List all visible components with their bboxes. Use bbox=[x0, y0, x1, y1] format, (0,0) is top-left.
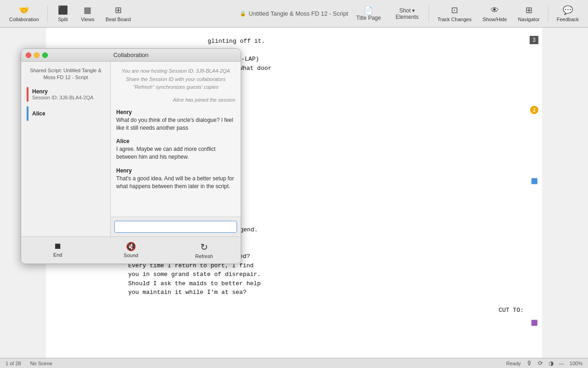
mic-icon: 🎙 bbox=[526, 360, 532, 367]
collab-footer: ⏹ End 🔇 Sound ↻ Refresh bbox=[21, 236, 241, 264]
collab-chat: You are now hosting Session ID: 3J8-BLA4… bbox=[111, 62, 241, 236]
show-hide-button[interactable]: 👁 Show/Hide bbox=[478, 4, 511, 24]
chat-input[interactable] bbox=[114, 221, 237, 233]
shared-script-label: Shared Script: Untitled Tangle & Moss FD… bbox=[27, 67, 105, 81]
collaboration-button[interactable]: 🤝 Collaboration bbox=[5, 3, 44, 24]
dark-mode-icon: ◑ bbox=[548, 360, 554, 367]
henry-info: Henry Session ID: 3J8-BLA4-2QA bbox=[32, 88, 93, 100]
split-button[interactable]: ⬛ Split bbox=[51, 3, 74, 24]
views-icon: ▦ bbox=[84, 5, 91, 15]
refresh-icon: ↻ bbox=[200, 242, 208, 253]
sync-icon: ⟳ bbox=[538, 360, 543, 367]
chat-input-area bbox=[111, 217, 241, 236]
beat-board-button[interactable]: ⊞ Beat Board bbox=[101, 3, 136, 24]
end-button[interactable]: ⏹ End bbox=[21, 240, 94, 261]
page-number-badge: 3 bbox=[530, 36, 538, 44]
title-page-label: Title Page bbox=[356, 15, 381, 21]
feedback-icon: 💬 bbox=[563, 5, 573, 15]
window-controls bbox=[26, 52, 48, 58]
session-info-line3: "Refresh" synchronizes guests' copies bbox=[116, 83, 235, 92]
chat-msg-name-3: Henry bbox=[116, 167, 235, 174]
chat-msg-text-1: What do you think of the uncle's dialogu… bbox=[116, 116, 235, 132]
beat-board-icon: ⊞ bbox=[115, 5, 122, 15]
divider-2 bbox=[429, 6, 429, 22]
close-button[interactable] bbox=[26, 52, 31, 58]
session-info: You are now hosting Session ID: 3J8-BLA4… bbox=[116, 67, 235, 92]
window-title: 🔒 Untitled Tangle & Moss FD 12 - Script bbox=[240, 10, 348, 17]
end-icon: ⏹ bbox=[54, 242, 62, 251]
views-label: Views bbox=[81, 17, 94, 22]
track-changes-label: Track Changes bbox=[437, 17, 471, 22]
chat-msg-name-1: Henry bbox=[116, 109, 235, 115]
title-page-icon: 📄 bbox=[364, 6, 373, 15]
chat-msg-text-3: That's a good idea. And will be a better… bbox=[116, 175, 235, 190]
divider-1 bbox=[47, 6, 48, 22]
henry-session: Session ID: 3J8-BLA4-2QA bbox=[32, 95, 93, 100]
collab-content: Shared Script: Untitled Tangle & Moss FD… bbox=[21, 62, 241, 236]
chat-msg-name-2: Alice bbox=[116, 138, 235, 144]
elements-button[interactable]: Shot ▾ Elements bbox=[389, 6, 425, 22]
page-info: 1 of 28 bbox=[6, 361, 21, 366]
navigator-label: Navigator bbox=[518, 17, 540, 22]
refresh-button[interactable]: ↻ Refresh bbox=[168, 240, 241, 261]
collab-titlebar: Collaboration bbox=[21, 49, 241, 62]
toolbar-left: 🤝 Collaboration ⬛ Split ▦ Views ⊞ Beat B… bbox=[0, 0, 140, 27]
henry-color-bar bbox=[27, 87, 28, 102]
comment-icon-blue[interactable]: ◼ bbox=[531, 175, 538, 186]
alice-name: Alice bbox=[32, 110, 45, 117]
henry-name: Henry bbox=[32, 88, 93, 95]
chevron-down-icon: ▾ bbox=[412, 7, 415, 14]
chat-message-3: Henry That's a good idea. And will be a … bbox=[116, 167, 235, 190]
comment-icon-purple[interactable]: ◼ bbox=[531, 316, 538, 328]
lock-icon: 🔒 bbox=[240, 11, 246, 17]
elements-select[interactable]: Shot ▾ bbox=[399, 7, 415, 14]
title-page-button[interactable]: 📄 Title Page bbox=[350, 4, 388, 23]
alice-color-bar bbox=[27, 106, 28, 121]
divider-3 bbox=[548, 6, 548, 22]
sound-button[interactable]: 🔇 Sound bbox=[94, 240, 167, 261]
script-transition-1: CUT TO: bbox=[64, 306, 524, 315]
session-info-line1: You are now hosting Session ID: 3J8-BLA4… bbox=[116, 67, 235, 75]
split-label: Split bbox=[58, 17, 68, 22]
participant-alice: Alice bbox=[27, 106, 105, 121]
zoom-level: 100% bbox=[570, 361, 582, 366]
participant-henry: Henry Session ID: 3J8-BLA4-2QA bbox=[27, 87, 105, 102]
track-changes-button[interactable]: ⊡ Track Changes bbox=[433, 3, 476, 24]
beat-board-label: Beat Board bbox=[106, 17, 131, 22]
collaboration-label: Collaboration bbox=[9, 17, 39, 22]
collaboration-panel: Collaboration Shared Script: Untitled Ta… bbox=[21, 48, 241, 264]
alice-info: Alice bbox=[32, 110, 45, 117]
refresh-label: Refresh bbox=[195, 253, 213, 259]
chat-msg-text-2: I agree. Maybe we can add more conflict … bbox=[116, 145, 235, 161]
elements-label: Elements bbox=[396, 14, 418, 20]
elements-value: Shot bbox=[399, 7, 411, 14]
end-label: End bbox=[53, 252, 62, 258]
minimize-button[interactable] bbox=[34, 52, 40, 58]
navigator-button[interactable]: ⊞ Navigator bbox=[514, 3, 544, 24]
sound-label: Sound bbox=[124, 253, 138, 258]
chat-message-2: Alice I agree. Maybe we can add more con… bbox=[116, 138, 235, 161]
show-hide-label: Show/Hide bbox=[482, 17, 507, 22]
status-text: Ready bbox=[506, 361, 521, 366]
zoom-dash: — bbox=[559, 361, 564, 366]
join-notice: Alice has joined the session bbox=[116, 97, 235, 103]
navigator-icon: ⊞ bbox=[526, 5, 532, 15]
collab-sidebar: Shared Script: Untitled Tangle & Moss FD… bbox=[21, 62, 111, 236]
show-hide-icon: 👁 bbox=[491, 6, 499, 15]
toolbar-right: 📄 Title Page Shot ▾ Elements ⊡ Track Cha… bbox=[345, 0, 588, 27]
script-area: glinting off it. YOUNG GIRL (PRE-LAP) Wh… bbox=[0, 28, 588, 358]
chat-message-1: Henry What do you think of the uncle's d… bbox=[116, 109, 235, 132]
toolbar: 🤝 Collaboration ⬛ Split ▦ Views ⊞ Beat B… bbox=[0, 0, 588, 28]
main-area: glinting off it. YOUNG GIRL (PRE-LAP) Wh… bbox=[0, 28, 588, 358]
title-text: Untitled Tangle & Moss FD 12 - Script bbox=[249, 10, 348, 17]
views-button[interactable]: ▦ Views bbox=[76, 3, 99, 24]
feedback-button[interactable]: 💬 Feedback bbox=[552, 3, 583, 24]
script-line-1: glinting off it. bbox=[64, 37, 524, 46]
chat-messages: You are now hosting Session ID: 3J8-BLA4… bbox=[111, 62, 241, 217]
collab-panel-title: Collaboration bbox=[113, 52, 149, 58]
split-icon: ⬛ bbox=[58, 5, 68, 15]
track-changes-icon: ⊡ bbox=[451, 5, 458, 15]
note-badge-2: 2 bbox=[530, 106, 538, 114]
collaboration-icon: 🤝 bbox=[19, 5, 29, 15]
maximize-button[interactable] bbox=[42, 52, 48, 58]
